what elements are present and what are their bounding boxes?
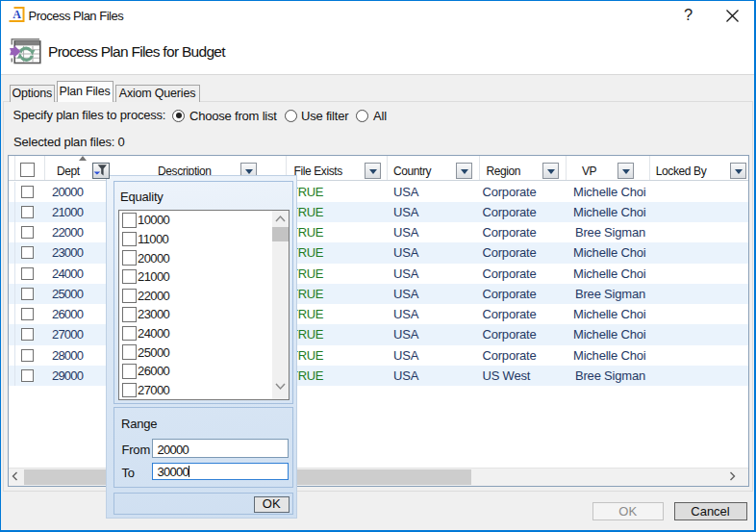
svg-text:A: A — [13, 8, 21, 21]
